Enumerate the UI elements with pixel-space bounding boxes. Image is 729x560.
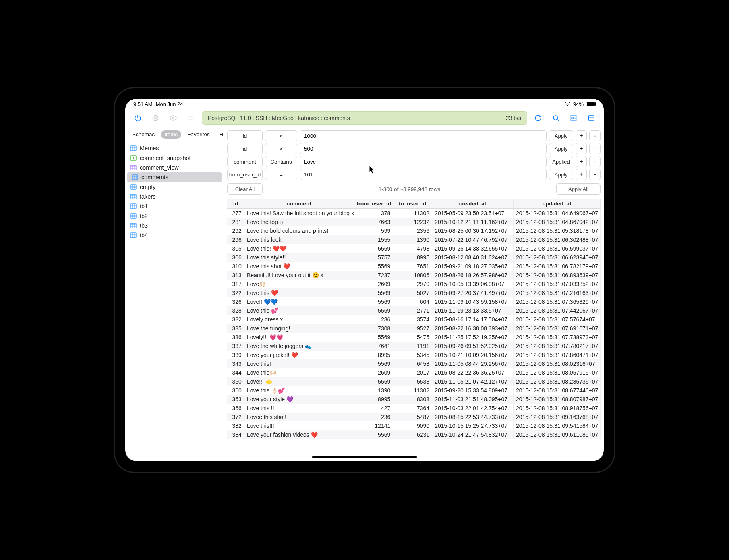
cell-comment[interactable]: Love the top :) [244,218,354,226]
cell-created-at[interactable]: 2015-09-21 09:18:27.035+07 [432,262,514,271]
cell-id[interactable]: 305 [227,244,244,253]
sidebar-item-comment_snapshot[interactable]: comment_snapshot [125,153,224,163]
cell-updated-at[interactable]: 2015-12-08 15:31:07.780217+07 [513,342,600,351]
cell-from-user-id[interactable]: 1555 [354,235,393,244]
table-row[interactable]: 326Love!! 💙💙55696042015-11-09 10:43:59.1… [227,297,601,306]
cell-created-at[interactable]: 2015-10-24 21:47:54.832+07 [432,430,514,439]
sidebar-item-tb3[interactable]: tb3 [125,221,224,230]
cell-comment[interactable]: Love this ❤️ [244,288,354,297]
filter-operator-select[interactable]: < [265,130,297,141]
search-icon[interactable] [549,111,563,125]
table-row[interactable]: 350Love!!! 🌟556955332015-11-05 21:07:42.… [227,377,601,386]
cell-updated-at[interactable]: 2015-12-08 15:31:07.860471+07 [513,351,600,359]
table-row[interactable]: 292Love the bold colours and prints!5992… [227,226,601,235]
cell-to-user-id[interactable]: 10806 [393,271,432,280]
cell-to-user-id[interactable]: 1191 [393,342,432,351]
cell-created-at[interactable]: 2015-08-22 16:38:08.393+07 [432,324,514,333]
cell-updated-at[interactable]: 2015-12-08 15:31:06.302488+07 [513,235,600,244]
cell-id[interactable]: 336 [227,333,244,342]
cell-updated-at[interactable]: 2015-12-08 15:31:08.918756+07 [513,404,600,413]
cell-updated-at[interactable]: 2015-12-08 15:31:07.691071+07 [513,324,600,333]
cell-comment[interactable]: Beautiful! Love your outfit 😊 x [244,271,354,280]
cell-created-at[interactable]: 2015-07-22 10:47:46.792+07 [432,235,514,244]
cell-created-at[interactable]: 2015-11-03 21:51:48.095+07 [432,395,514,404]
cell-comment[interactable]: Love!!! 🌟 [244,377,354,386]
cell-updated-at[interactable]: 2015-12-08 15:31:07.57674+07 [513,315,600,324]
cell-id[interactable]: 372 [227,413,244,421]
cell-from-user-id[interactable]: 378 [354,209,393,218]
filter-value-input[interactable] [300,156,547,167]
cell-id[interactable]: 296 [227,235,244,244]
filter-add-button[interactable]: + [576,169,587,180]
filter-operator-select[interactable]: Contains [265,156,297,167]
cell-from-user-id[interactable]: 5569 [354,430,393,439]
cell-updated-at[interactable]: 2015-12-08 15:31:09.541584+07 [513,421,600,430]
table-row[interactable]: 306Love this style!!575789952015-08-12 0… [227,253,601,262]
table-row[interactable]: 317 Love🙌🏻260929702015-10-05 13:39:06.08… [227,280,601,288]
cell-to-user-id[interactable]: 3574 [393,315,432,324]
cell-to-user-id[interactable]: 11302 [393,209,432,218]
cell-comment[interactable]: Love this style!! [244,253,354,262]
cell-from-user-id[interactable]: 427 [354,404,393,413]
cell-to-user-id[interactable]: 5487 [393,413,432,421]
filter-add-button[interactable]: + [576,130,587,141]
cell-from-user-id[interactable]: 5569 [354,288,393,297]
column-header-from-user-id[interactable]: from_user_id [354,199,393,209]
table-row[interactable]: 372Lovee this shot!23654872015-08-15 22:… [227,413,601,421]
cell-to-user-id[interactable]: 6231 [393,430,432,439]
cell-id[interactable]: 382 [227,421,244,430]
cell-comment[interactable]: Love this!!! [244,421,354,430]
cell-id[interactable]: 384 [227,430,244,439]
cell-id[interactable]: 317 [227,280,244,288]
cell-created-at[interactable]: 2015-11-05 08:44:29.256+07 [432,359,514,368]
cell-from-user-id[interactable]: 2609 [354,280,393,288]
table-row[interactable]: 384Love your fashion videos ❤️5569623120… [227,430,601,439]
sidebar-item-fakers[interactable]: fakers [125,192,224,201]
cell-created-at[interactable]: 2015-10-15 15:25:27.733+07 [432,421,514,430]
filter-operator-select[interactable]: > [265,143,297,154]
cell-from-user-id[interactable]: 5569 [354,297,393,306]
cell-created-at[interactable]: 2015-11-09 10:43:59.158+07 [432,297,514,306]
cell-created-at[interactable]: 2015-08-25 00:30:17.192+07 [432,226,514,235]
cell-from-user-id[interactable]: 5569 [354,306,393,315]
sidebar-item-tb2[interactable]: tb2 [125,211,224,221]
cell-comment[interactable]: Love your style 💜 [244,395,354,404]
filter-column-select[interactable]: comment [227,156,263,167]
clear-all-button[interactable]: Clear All [227,183,263,195]
connection-breadcrumb[interactable]: PostgreSQL 11.0 : SSH : MeeGoo : katonic… [202,111,527,125]
filter-column-select[interactable]: from_user_id [227,169,263,180]
cell-created-at[interactable]: 2015-10-05 13:39:06.08+07 [432,280,514,288]
cell-created-at[interactable]: 2015-09-20 15:33:54.809+07 [432,386,514,395]
cell-from-user-id[interactable]: 7237 [354,271,393,280]
column-header-comment[interactable]: comment [244,199,354,209]
cell-comment[interactable]: Love this !! [244,404,354,413]
cell-from-user-id[interactable]: 5569 [354,262,393,271]
filter-remove-button[interactable]: - [589,130,601,141]
apply-all-button[interactable]: Apply All [556,183,601,195]
column-header-updated-at[interactable]: updated_at [513,199,600,209]
filter-apply-button[interactable]: Applied [549,156,573,167]
filter-value-input[interactable] [300,169,547,180]
cell-id[interactable]: 360 [227,386,244,395]
cell-created-at[interactable]: 2015-08-16 17:14:17.504+07 [432,315,514,324]
cell-updated-at[interactable]: 2015-12-08 15:31:08.057915+07 [513,368,600,377]
cell-to-user-id[interactable]: 7364 [393,404,432,413]
sidebar-item-tb1[interactable]: tb1 [125,201,224,211]
filter-remove-button[interactable]: - [589,143,601,154]
cell-created-at[interactable]: 2015-09-27 20:37:41.497+07 [432,288,514,297]
cell-created-at[interactable]: 2015-11-05 21:07:42.127+07 [432,377,514,386]
filter-remove-button[interactable]: - [589,169,601,180]
table-row[interactable]: 310Love this shot ❤️556976512015-09-21 0… [227,262,601,271]
table-row[interactable]: 335Love the fringing!730895272015-08-22 … [227,324,601,333]
cell-to-user-id[interactable]: 11302 [393,386,432,395]
cell-to-user-id[interactable]: 2970 [393,280,432,288]
cell-to-user-id[interactable]: 604 [393,297,432,306]
table-row[interactable]: 313Beautiful! Love your outfit 😊 x723710… [227,271,601,280]
table-row[interactable]: 339Love your jacket! ❤️899553452015-10-2… [227,351,601,359]
cell-created-at[interactable]: 2015-08-26 18:26:57.986+07 [432,271,514,280]
cell-updated-at[interactable]: 2015-12-08 15:31:08.02316+07 [513,359,600,368]
filter-operator-select[interactable]: = [265,169,297,180]
close-connection-icon[interactable] [149,111,162,125]
cell-updated-at[interactable]: 2015-12-08 15:31:08.807987+07 [513,395,600,404]
filter-remove-button[interactable]: - [589,156,601,167]
